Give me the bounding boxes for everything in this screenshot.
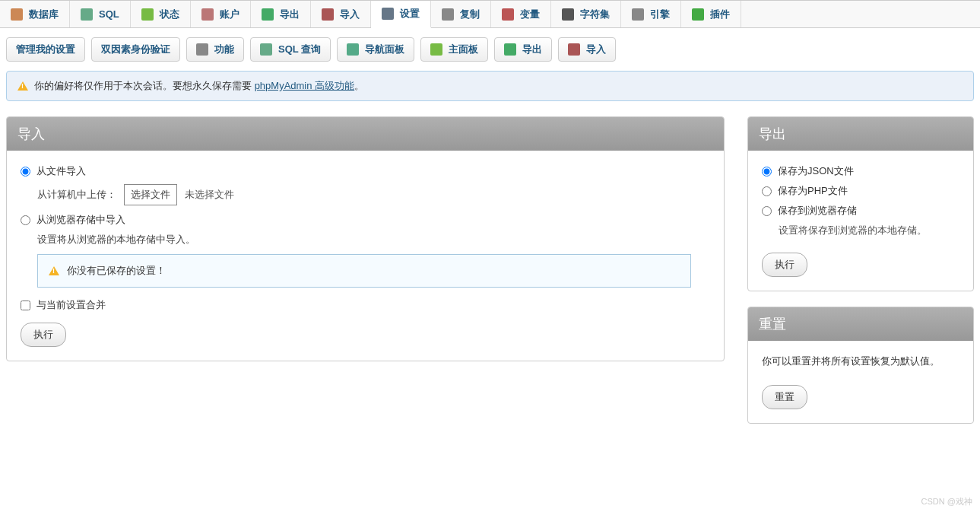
- tab-icon: [502, 8, 514, 21]
- import-panel-title: 导入: [7, 117, 724, 151]
- no-saved-warning: 你没有已保存的设置！: [37, 254, 691, 288]
- export-browser-label[interactable]: 保存到浏览器存储: [778, 204, 857, 218]
- topnav-tab-0[interactable]: 数据库: [0, 1, 70, 27]
- advanced-features-link[interactable]: phpMyAdmin 高级功能: [255, 80, 354, 91]
- reset-panel: 重置 你可以重置并将所有设置恢复为默认值。 重置: [747, 307, 974, 424]
- topnav-tab-9[interactable]: 字符集: [551, 1, 621, 27]
- tab-icon: [632, 8, 644, 21]
- top-nav: 数据库SQL状态账户导出导入设置复制变量字符集引擎插件: [0, 0, 980, 28]
- no-file-text: 未选择文件: [185, 188, 234, 202]
- subtab-icon: [568, 43, 580, 56]
- import-from-browser-label[interactable]: 从浏览器存储中导入: [36, 213, 125, 227]
- topnav-tab-1[interactable]: SQL: [70, 1, 131, 27]
- notice-text: 你的偏好将仅作用于本次会话。要想永久保存需要 phpMyAdmin 高级功能。: [34, 79, 364, 93]
- tab-label: 字符集: [580, 8, 610, 21]
- subnav-tab-7[interactable]: 导入: [558, 37, 616, 62]
- topnav-tab-6[interactable]: 设置: [371, 1, 431, 28]
- topnav-tab-11[interactable]: 插件: [681, 1, 741, 27]
- subtab-label: 管理我的设置: [16, 43, 75, 56]
- tab-icon: [262, 8, 274, 21]
- topnav-tab-7[interactable]: 复制: [431, 1, 491, 27]
- reset-button[interactable]: 重置: [762, 385, 807, 409]
- session-notice: 你的偏好将仅作用于本次会话。要想永久保存需要 phpMyAdmin 高级功能。: [6, 71, 974, 101]
- export-php-radio[interactable]: [762, 186, 772, 196]
- topnav-tab-4[interactable]: 导出: [251, 1, 311, 27]
- export-browser-radio[interactable]: [762, 206, 772, 216]
- export-go-button[interactable]: 执行: [762, 253, 807, 277]
- import-from-file-radio[interactable]: [21, 167, 30, 176]
- subtab-icon: [430, 43, 442, 56]
- subnav-tab-1[interactable]: 双因素身份验证: [91, 37, 180, 62]
- subnav-tab-4[interactable]: 导航面板: [337, 37, 414, 62]
- tab-icon: [81, 8, 93, 21]
- subtab-label: SQL 查询: [278, 43, 321, 56]
- tab-icon: [141, 8, 154, 21]
- subtab-label: 导入: [586, 43, 606, 56]
- tab-label: SQL: [99, 8, 119, 20]
- export-panel-title: 导出: [748, 117, 973, 151]
- topnav-tab-10[interactable]: 引擎: [621, 1, 681, 27]
- subtab-icon: [260, 43, 272, 56]
- choose-file-button[interactable]: 选择文件: [124, 184, 177, 205]
- tab-label: 变量: [520, 8, 540, 21]
- tab-icon: [692, 8, 704, 21]
- export-json-radio[interactable]: [762, 167, 772, 176]
- topnav-tab-8[interactable]: 变量: [491, 1, 551, 27]
- tab-icon: [201, 8, 214, 21]
- subtab-label: 导出: [522, 43, 542, 56]
- tab-label: 复制: [460, 8, 480, 21]
- import-from-file-label[interactable]: 从文件导入: [36, 164, 86, 178]
- reset-panel-title: 重置: [748, 307, 973, 341]
- sub-nav: 管理我的设置双因素身份验证功能SQL 查询导航面板主面板导出导入: [0, 28, 980, 71]
- subnav-tab-3[interactable]: SQL 查询: [250, 37, 331, 62]
- subnav-tab-5[interactable]: 主面板: [420, 37, 488, 62]
- tab-label: 设置: [400, 7, 420, 21]
- merge-label[interactable]: 与当前设置合并: [36, 298, 106, 312]
- tab-icon: [382, 8, 394, 20]
- reset-desc: 你可以重置并将所有设置恢复为默认值。: [762, 355, 959, 368]
- export-panel: 导出 保存为JSON文件 保存为PHP文件 保存到浏览器存储 设置将保存到浏览器…: [747, 116, 974, 291]
- warning-icon: [49, 266, 59, 275]
- subtab-label: 主面板: [449, 43, 478, 56]
- export-browser-desc: 设置将保存到浏览器的本地存储。: [779, 224, 959, 237]
- warning-icon: [17, 81, 28, 91]
- tab-icon: [442, 8, 454, 21]
- export-php-label[interactable]: 保存为PHP文件: [778, 184, 848, 198]
- import-panel: 导入 从文件导入 从计算机中上传： 选择文件 未选择文件 从浏览器存储中导入 设…: [6, 116, 725, 361]
- tab-label: 数据库: [29, 8, 59, 21]
- topnav-tab-2[interactable]: 状态: [131, 1, 191, 27]
- subnav-tab-2[interactable]: 功能: [186, 37, 244, 62]
- subtab-icon: [504, 43, 516, 56]
- subtab-label: 导航面板: [365, 43, 404, 56]
- tab-icon: [562, 8, 574, 21]
- tab-label: 导出: [280, 8, 300, 21]
- tab-icon: [322, 8, 334, 21]
- merge-checkbox[interactable]: [21, 301, 30, 310]
- import-from-browser-radio[interactable]: [21, 215, 30, 225]
- topnav-tab-3[interactable]: 账户: [191, 1, 251, 27]
- subnav-tab-6[interactable]: 导出: [494, 37, 552, 62]
- upload-label: 从计算机中上传：: [37, 188, 116, 202]
- subtab-label: 双因素身份验证: [101, 43, 170, 56]
- tab-label: 账户: [220, 8, 239, 21]
- import-browser-desc: 设置将从浏览器的本地存储中导入。: [37, 233, 710, 246]
- tab-label: 状态: [160, 8, 179, 21]
- tab-icon: [11, 8, 23, 21]
- subtab-icon: [196, 43, 208, 56]
- topnav-tab-5[interactable]: 导入: [311, 1, 371, 27]
- import-go-button[interactable]: 执行: [21, 323, 66, 347]
- tab-label: 引擎: [650, 8, 670, 21]
- export-json-label[interactable]: 保存为JSON文件: [778, 164, 854, 178]
- subtab-label: 功能: [214, 43, 234, 56]
- subtab-icon: [347, 43, 359, 56]
- tab-label: 插件: [710, 8, 730, 21]
- subnav-tab-0[interactable]: 管理我的设置: [6, 37, 85, 62]
- tab-label: 导入: [340, 8, 360, 21]
